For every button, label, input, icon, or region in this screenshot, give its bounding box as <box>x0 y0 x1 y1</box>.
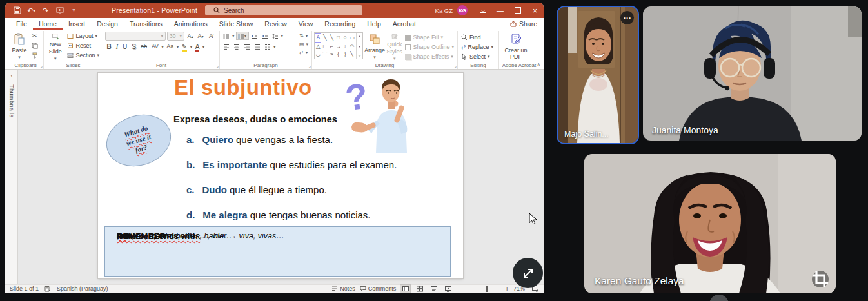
expand-shared-screen-button[interactable] <box>513 258 543 288</box>
account-avatar[interactable]: KG <box>457 5 468 15</box>
tab-home[interactable]: Home <box>33 18 63 30</box>
share-button[interactable]: Share <box>510 20 537 28</box>
notes-button[interactable]: Notes <box>331 286 355 292</box>
language-indicator[interactable]: Spanish (Paraguay) <box>57 286 108 292</box>
shapes-gallery-scroll[interactable]: ▴▾▿ <box>356 33 362 59</box>
increase-indent-button[interactable] <box>261 32 270 40</box>
maximize-button[interactable] <box>509 3 526 18</box>
change-case-button[interactable]: Aa <box>165 43 175 51</box>
replace-button[interactable]: ⇄Replace▾ <box>460 43 495 52</box>
zoom-slider[interactable] <box>466 289 500 289</box>
reset-button[interactable]: Reset <box>66 41 101 50</box>
strikethrough-button[interactable]: ab <box>139 43 148 51</box>
copy-button[interactable] <box>30 41 39 50</box>
adjust-framing-button[interactable] <box>812 271 829 287</box>
section-button[interactable]: Section▾ <box>66 51 101 60</box>
collapse-ribbon-button[interactable]: ∧ <box>537 62 540 68</box>
slide-show-button[interactable] <box>443 285 453 293</box>
tab-animations[interactable]: Animations <box>168 18 213 30</box>
list-item-b[interactable]: b.Es importante que estudies para el exa… <box>186 159 397 170</box>
account-name[interactable]: Ka GZ <box>435 7 453 14</box>
tab-help[interactable]: Help <box>361 18 387 30</box>
tile-options-button[interactable]: ⋯ <box>620 11 634 24</box>
tab-view[interactable]: View <box>293 18 319 30</box>
close-button[interactable]: × <box>526 3 544 18</box>
new-slide-button[interactable]: New Slide▾ <box>46 32 64 61</box>
slide-subtitle[interactable]: Expresa deseos, dudas o emociones <box>173 114 337 124</box>
remember-box[interactable]: REMEMBER If the verb ends with: -ar → e,… <box>104 226 451 277</box>
numbering-button[interactable]: ▾ <box>236 32 249 40</box>
text-direction-button[interactable]: ⇅▾ <box>298 32 310 40</box>
decrease-indent-button[interactable] <box>250 32 259 40</box>
align-left-button[interactable] <box>222 43 231 51</box>
paragraph-dialog-launcher[interactable]: ⌟ <box>309 63 311 68</box>
tab-transitions[interactable]: Transitions <box>124 18 168 30</box>
align-right-button[interactable] <box>242 43 252 51</box>
shape-outline-button[interactable]: Shape Outline▾ <box>404 43 455 52</box>
spell-check-icon[interactable] <box>44 286 51 292</box>
select-button[interactable]: Select▾ <box>460 52 495 61</box>
highlight-color-button[interactable]: ✎ <box>180 43 188 51</box>
clipboard-dialog-launcher[interactable]: ⌟ <box>41 63 43 68</box>
crear-un-pdf-button[interactable]: Crear un PDF <box>501 32 531 61</box>
bold-button[interactable]: B <box>105 43 113 51</box>
quick-styles-button[interactable]: Quick Styles▾ <box>386 32 402 61</box>
expand-thumbnails-icon[interactable]: › <box>10 73 12 79</box>
italic-button[interactable]: I <box>114 43 119 51</box>
search-box[interactable]: Search <box>205 5 362 15</box>
format-painter-button[interactable] <box>30 51 39 60</box>
columns-button[interactable] <box>263 43 272 51</box>
zoom-in-button[interactable]: + <box>505 286 509 293</box>
line-spacing-button[interactable] <box>271 32 280 40</box>
drawing-dialog-launcher[interactable]: ⌟ <box>455 63 457 68</box>
font-color-button[interactable]: A <box>193 43 201 51</box>
justify-button[interactable] <box>253 43 262 51</box>
zoom-slider-thumb[interactable] <box>486 286 488 292</box>
increase-font-size-button[interactable]: A▴ <box>186 32 195 41</box>
align-text-button[interactable]: ▤▾ <box>298 41 310 48</box>
tab-slide-show[interactable]: Slide Show <box>213 18 259 30</box>
clear-formatting-button[interactable]: A̸ <box>206 32 215 41</box>
slide-sorter-view-button[interactable] <box>415 285 424 293</box>
find-button[interactable]: Find <box>460 33 495 42</box>
convert-to-smartart-button[interactable]: ⇄▾ <box>298 49 310 57</box>
paste-button[interactable]: Paste▾ <box>10 32 29 61</box>
tab-insert[interactable]: Insert <box>63 18 91 30</box>
shape-fill-button[interactable]: Shape Fill▾ <box>404 33 455 42</box>
text-box-shape[interactable]: A <box>315 33 321 43</box>
reading-view-button[interactable] <box>429 285 439 293</box>
list-item-d[interactable]: d.Me alegra que tengas buenas noticias. <box>186 209 371 220</box>
underline-button[interactable]: U <box>121 43 129 51</box>
font-dialog-launcher[interactable]: ⌟ <box>217 63 219 68</box>
slide-indicator[interactable]: Slide 1 of 1 <box>10 286 39 292</box>
thumbnails-pane[interactable]: › Thumbnails <box>5 70 18 284</box>
what-do-we-use-it-for-oval[interactable]: What do we use it for? <box>100 107 177 174</box>
redo-icon[interactable]: ↷ <box>41 6 50 15</box>
undo-icon[interactable]: ↶▾ <box>27 6 35 15</box>
participant-tile-karen[interactable]: Karen Gauto Zelaya <box>584 154 836 293</box>
decrease-font-size-button[interactable]: A▾ <box>196 32 205 41</box>
participant-tile-majo[interactable]: ⋯ Majo Salin... <box>557 6 639 144</box>
shape-effects-button[interactable]: Shape Effects▾ <box>404 52 455 61</box>
tab-acrobat[interactable]: Acrobat <box>387 18 422 30</box>
align-center-button[interactable] <box>232 43 241 51</box>
zoom-out-button[interactable]: − <box>457 286 461 293</box>
participant-tile-juanita[interactable]: Juanita Montoya <box>643 6 862 141</box>
slide[interactable]: El subjuntivo ? <box>98 73 463 278</box>
tab-review[interactable]: Review <box>259 18 292 30</box>
character-spacing-button[interactable]: AV <box>150 43 161 51</box>
font-size-combo[interactable]: 30▾ <box>167 32 184 41</box>
text-shadow-button[interactable]: S <box>130 43 138 51</box>
minimize-button[interactable]: — <box>491 3 509 18</box>
normal-view-button[interactable] <box>400 285 410 293</box>
customize-qat-icon[interactable]: ▿ <box>70 6 78 15</box>
list-item-a[interactable]: a.Quiero que vengas a la fiesta. <box>186 134 333 145</box>
comments-button[interactable]: Comments <box>360 286 397 292</box>
ribbon-display-options-button[interactable] <box>474 3 491 18</box>
hidden-control-peek[interactable] <box>709 295 729 301</box>
tab-design[interactable]: Design <box>91 18 124 30</box>
tab-file[interactable]: File <box>10 18 33 30</box>
save-icon[interactable] <box>13 6 21 15</box>
slide-title[interactable]: El subjuntivo <box>174 75 312 100</box>
layout-button[interactable]: Layout▾ <box>66 32 101 41</box>
